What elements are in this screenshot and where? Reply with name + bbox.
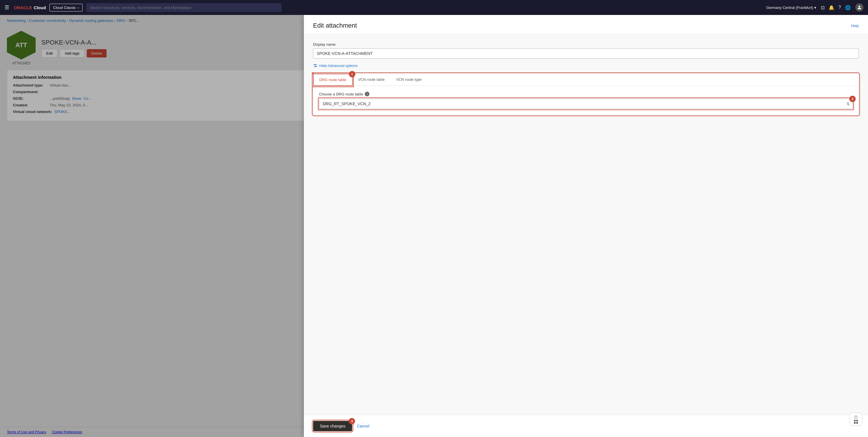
oracle-text: ORACLE <box>14 5 32 10</box>
avatar[interactable] <box>855 3 863 11</box>
region-label: Germany Central (Frankfurt) <box>766 5 813 10</box>
nav-right-section: Germany Central (Frankfurt) ▾ ⊡ 🔔 ? 🌐 <box>766 3 863 11</box>
nav-icons: ⊡ 🔔 ? 🌐 <box>821 5 851 10</box>
bell-icon[interactable]: 🔔 <box>829 5 834 10</box>
hamburger-menu-icon[interactable]: ☰ <box>5 4 9 11</box>
region-arrow-icon: ▾ <box>814 5 816 10</box>
monitor-icon[interactable]: ⊡ <box>821 5 825 10</box>
globe-icon[interactable]: 🌐 <box>845 5 851 10</box>
svg-point-0 <box>859 6 860 7</box>
oracle-logo: ORACLE Cloud <box>14 5 46 10</box>
cloud-classic-button[interactable]: Cloud Classic › <box>50 4 83 11</box>
help-circle-icon[interactable]: ? <box>838 5 841 10</box>
cloud-classic-label: Cloud Classic <box>53 5 76 10</box>
cloud-classic-arrow-icon: › <box>78 5 79 10</box>
search-input[interactable] <box>86 3 281 12</box>
cloud-text: Cloud <box>34 5 46 10</box>
top-navigation: ☰ ORACLE Cloud Cloud Classic › Germany C… <box>0 0 868 15</box>
region-selector[interactable]: Germany Central (Frankfurt) ▾ <box>766 5 816 10</box>
